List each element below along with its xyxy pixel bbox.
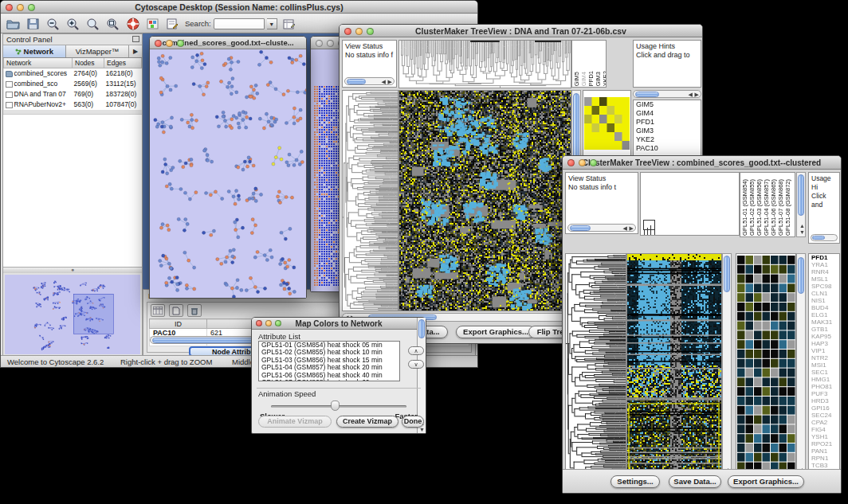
close-icon[interactable]	[6, 4, 13, 11]
move-up-button[interactable]: ∧	[408, 346, 424, 355]
tv1-column-label[interactable]: PFD1	[587, 71, 595, 86]
slider-thumb[interactable]	[331, 400, 340, 411]
col-network[interactable]: Network	[4, 58, 73, 68]
tv2-gene-item[interactable]: GPI16	[809, 404, 839, 412]
minimize-icon[interactable]	[166, 40, 173, 47]
tv2-gene-item[interactable]: RNR4	[809, 268, 839, 275]
tv1-gene-item[interactable]: PAC10	[634, 144, 701, 153]
tv2-gene-item[interactable]: BUD4	[809, 304, 839, 311]
tv1-status-hscrollbar[interactable]: ◀▶	[344, 77, 395, 85]
attribute-browser-icon[interactable]	[282, 16, 297, 31]
tab-network[interactable]: Network	[3, 45, 66, 57]
zoom-window-icon[interactable]	[275, 320, 281, 326]
tv2-gene-item[interactable]: RPN1	[809, 455, 839, 462]
tv2-gene-item[interactable]: NIS1	[809, 297, 839, 304]
tv2-gene-item[interactable]: PHO81	[809, 383, 839, 390]
tv2-usage-hscrollbar[interactable]	[811, 234, 838, 241]
zoom-window-icon[interactable]	[367, 28, 374, 35]
tv1-gene-item[interactable]: GIM3	[634, 127, 701, 135]
tv2-column-label[interactable]: GPL51-07 (GSM868)	[777, 179, 784, 236]
treeview1-titlebar[interactable]: ClusterMaker TreeView : DNA and Tran 07-…	[340, 25, 702, 37]
tv2-gene-item[interactable]: PAN1	[809, 447, 839, 455]
network-row[interactable]: combined_scores 2764(0) 16218(0)	[4, 68, 142, 79]
minimize-icon[interactable]	[355, 28, 363, 35]
zoom-window-icon[interactable]	[177, 40, 184, 47]
tv2-status-hscrollbar[interactable]: ◀▶	[567, 224, 636, 232]
tv2-gene-item[interactable]: MAK31	[809, 318, 839, 326]
tv2-button[interactable]: Save Data...	[669, 475, 721, 488]
col-edges[interactable]: Edges	[104, 58, 142, 68]
tv2-column-label[interactable]: GPL51-06 (GSM865)	[770, 179, 777, 236]
tv1-gene-item[interactable]: GIM4	[634, 109, 701, 118]
tv2-column-label[interactable]: GPL51-03 (GSM856)	[756, 179, 763, 236]
tv2-heatmap-vscrollbar[interactable]: ▲▼	[722, 253, 732, 481]
save-icon[interactable]	[26, 16, 41, 31]
minimize-icon[interactable]	[17, 4, 24, 11]
tv2-gene-item[interactable]: NTR2	[809, 354, 839, 361]
tv1-column-dendrogram[interactable]	[398, 40, 571, 88]
dialog-button[interactable]: Create Vizmap	[336, 416, 398, 428]
tv2-button[interactable]: Export Graphics...	[728, 475, 804, 488]
network-row[interactable]: combined_sco 2569(6) 13112(15)	[4, 79, 142, 89]
tab-vizmapper[interactable]: VizMapper™	[66, 45, 129, 57]
tv2-column-dendrogram[interactable]	[640, 172, 740, 236]
move-down-button[interactable]: ∨	[408, 360, 424, 369]
zoom-selected-icon[interactable]	[105, 16, 120, 31]
network-row[interactable]: DNA and Tran 07 769(0) 183728(0)	[4, 89, 142, 100]
minimize-icon[interactable]	[265, 320, 272, 326]
minimize-icon[interactable]	[327, 40, 334, 47]
help-lifering-icon[interactable]	[125, 16, 140, 31]
dialog-titlebar[interactable]: Map Colors to Network	[252, 318, 426, 330]
delete-attribute-icon[interactable]	[187, 304, 202, 317]
tv1-gene-item[interactable]: YKE2	[634, 135, 701, 144]
float-panel-icon[interactable]	[132, 36, 139, 42]
zoom-fit-icon[interactable]	[85, 16, 100, 31]
tv2-column-label[interactable]: GPL51-01 (GSM854)	[741, 179, 748, 236]
tv2-column-label[interactable]: GPL51-04 (GSM857)	[763, 179, 770, 236]
tv2-gene-item[interactable]: PFD1	[809, 254, 839, 261]
tv1-row-dendrogram[interactable]	[342, 90, 398, 311]
tv2-gene-item[interactable]: GTB1	[809, 326, 839, 333]
minimize-icon[interactable]	[579, 159, 586, 166]
attr-col-id[interactable]: ID	[150, 319, 207, 329]
close-icon[interactable]	[316, 40, 323, 47]
tv2-heatmap[interactable]	[626, 253, 722, 483]
col-nodes[interactable]: Nodes	[73, 58, 104, 68]
tv2-gene-item[interactable]: CLN1	[809, 290, 839, 297]
tv2-column-label[interactable]: GPL51-02 (GSM855)	[748, 179, 756, 236]
select-attributes-icon[interactable]	[151, 304, 165, 317]
tv2-gene-item[interactable]: HRD3	[809, 397, 839, 404]
dialog-button[interactable]: Done	[402, 416, 424, 428]
tv2-gene-item[interactable]: HAP3	[809, 340, 839, 347]
tv2-gene-item[interactable]: VIP1	[809, 347, 839, 354]
zoom-out-icon[interactable]	[45, 16, 61, 31]
treeview2-titlebar[interactable]: ClusterMaker TreeView : combined_scores_…	[563, 156, 841, 170]
annotation-icon[interactable]	[165, 16, 180, 31]
main-titlebar[interactable]: Cytoscape Desktop (Session Name: collins…	[1, 1, 477, 14]
close-icon[interactable]	[344, 28, 351, 35]
tv1-heatmap[interactable]	[398, 90, 571, 311]
tv2-gene-item[interactable]: KAP95	[809, 333, 839, 340]
tv2-gene-item[interactable]: SEC1	[809, 369, 839, 376]
tv2-gene-item[interactable]: YSH1	[809, 433, 839, 440]
tv2-gene-item[interactable]: SPC98	[809, 283, 839, 290]
tv2-zoom-heatmap[interactable]	[736, 253, 796, 483]
panel-divider-handle[interactable]: ●	[3, 267, 142, 273]
tab-overflow-arrow-icon[interactable]: ▶	[129, 45, 142, 57]
tv2-gene-item[interactable]: MSI1	[809, 361, 839, 369]
tv1-button[interactable]: Export Graphics...	[456, 326, 536, 338]
network-window-titlebar[interactable]: combined_scores_good.txt--cluste...	[150, 37, 306, 49]
close-icon[interactable]	[256, 320, 262, 326]
zoom-in-icon[interactable]	[65, 16, 80, 31]
tv1-column-label[interactable]: GIM5	[573, 72, 580, 86]
vizmapper-icon[interactable]	[145, 16, 160, 31]
tv2-gene-item[interactable]: PUF3	[809, 390, 839, 397]
tv2-gene-item[interactable]: FIG4	[809, 426, 839, 433]
network-canvas[interactable]	[150, 49, 306, 298]
tv1-gene-item[interactable]: GIM5	[634, 100, 701, 109]
tv1-column-label[interactable]: GIM4	[580, 72, 587, 86]
tv2-column-label[interactable]: GPL51-08 (GSM872)	[784, 179, 791, 236]
tv1-zoom-matrix[interactable]	[584, 97, 630, 150]
attribute-list-item[interactable]: GPL51-07 (GSM868) heat shock 60 min	[259, 379, 399, 381]
tv2-zoom-vscrollbar[interactable]: ▲▼	[796, 253, 806, 481]
